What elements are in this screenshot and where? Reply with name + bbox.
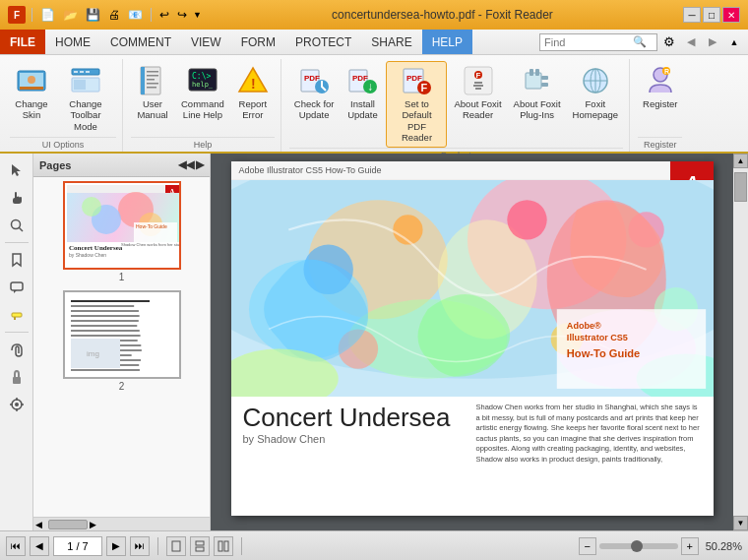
pages-collapse-icon[interactable]: ▶ xyxy=(196,158,204,171)
menu-share[interactable]: SHARE xyxy=(361,30,421,54)
register-group-label: Register xyxy=(638,137,682,150)
svg-text:R: R xyxy=(664,68,669,75)
single-page-button[interactable] xyxy=(166,536,186,556)
ribbon: ChangeSkin ChangeToolbar Mode UI Opti xyxy=(0,55,748,154)
window-controls: ─ □ ✕ xyxy=(683,7,740,23)
change-skin-button[interactable]: ChangeSkin xyxy=(10,61,53,125)
scroll-down-button[interactable]: ▼ xyxy=(733,516,748,530)
foxit-homepage-icon xyxy=(580,65,611,96)
close-button[interactable]: ✕ xyxy=(722,7,740,23)
minimize-button[interactable]: ─ xyxy=(683,7,701,23)
save-icon[interactable]: 💾 xyxy=(84,8,102,22)
hand-tool[interactable] xyxy=(4,185,30,211)
nav-back-icon[interactable]: ◀ xyxy=(681,32,701,52)
toolbar-divider-1 xyxy=(5,242,29,243)
nav-prev-button[interactable]: ◀ xyxy=(30,536,49,556)
open-icon[interactable]: 📂 xyxy=(61,8,80,22)
pages-scroll-right[interactable]: ▶ xyxy=(88,518,98,531)
change-toolbar-icon xyxy=(70,65,101,96)
svg-point-72 xyxy=(507,200,546,239)
nav-next-button[interactable]: ▶ xyxy=(106,536,126,556)
change-toolbar-button[interactable]: ChangeToolbar Mode xyxy=(55,61,116,136)
foxit-homepage-button[interactable]: FoxitHomepage xyxy=(568,61,623,125)
title-bar: F 📄 📂 💾 🖨 📧 ↩ ↪ ▼ concertundersea-howto.… xyxy=(0,0,748,30)
maximize-button[interactable]: □ xyxy=(703,7,720,23)
help-group-label: Help xyxy=(131,137,275,150)
redo-icon[interactable]: ↪ xyxy=(175,8,189,22)
menu-form[interactable]: FORM xyxy=(231,30,285,54)
highlight-tool[interactable] xyxy=(4,302,30,328)
user-manual-button[interactable]: UserManual xyxy=(131,61,174,125)
pages-horizontal-scrollbar[interactable]: ◀ ▶ xyxy=(33,517,210,530)
search-box[interactable]: 🔍 xyxy=(539,33,657,51)
pdf-byline: by Shadow Chen xyxy=(243,433,468,445)
page-2-thumb[interactable] xyxy=(63,290,181,379)
pages-scroll[interactable]: 1 2 xyxy=(33,177,210,517)
menu-expand-icon[interactable]: ▲ xyxy=(724,32,744,52)
zoom-thumb[interactable] xyxy=(631,540,643,552)
menu-view[interactable]: VIEW xyxy=(181,30,231,54)
pdf-title-area: Concert Undersea by Shadow Chen Shadow C… xyxy=(231,397,714,467)
pdf-illustration: Adobe® Illustrator CS5 How-To Guide xyxy=(231,180,714,397)
bookmark-tool[interactable] xyxy=(4,247,30,273)
zoom-slider[interactable] xyxy=(599,543,678,549)
comment-tool[interactable] xyxy=(4,275,30,300)
menu-comment[interactable]: COMMENT xyxy=(100,30,181,54)
zoom-in-button[interactable]: + xyxy=(681,537,699,555)
menu-file[interactable]: FILE xyxy=(0,30,45,54)
command-help-button[interactable]: C:\> help_ CommandLine Help xyxy=(176,61,229,125)
about-foxit-plugins-icon xyxy=(522,65,553,96)
pages-scroll-thumb[interactable] xyxy=(48,520,88,529)
product-items: PDF Check forUpdate PDF ↓ I xyxy=(289,59,623,148)
pages-scroll-left[interactable]: ◀ xyxy=(33,518,44,531)
dropdown-arrow[interactable]: ▼ xyxy=(193,10,202,20)
page-1-thumb[interactable] xyxy=(63,181,181,270)
report-error-button[interactable]: ! ReportError xyxy=(231,61,275,125)
svg-text:How-To Guide: How-To Guide xyxy=(566,347,639,359)
about-foxit-reader-button[interactable]: F About FoxitReader xyxy=(449,61,506,125)
ribbon-group-product: PDF Check forUpdate PDF ↓ I xyxy=(283,59,630,152)
zoom-tool[interactable] xyxy=(4,213,30,238)
check-update-icon: PDF xyxy=(298,65,330,96)
svg-text:Adobe®: Adobe® xyxy=(566,321,600,331)
svg-rect-38 xyxy=(475,88,481,90)
settings-icon[interactable]: ⚙ xyxy=(659,32,679,52)
register-button[interactable]: R Register xyxy=(638,61,682,113)
search-input[interactable] xyxy=(544,36,633,48)
menu-help[interactable]: HELP xyxy=(422,30,472,54)
nav-forward-icon[interactable]: ▶ xyxy=(703,32,722,52)
pages-expand-icon[interactable]: ◀◀ xyxy=(178,158,194,171)
report-error-icon: ! xyxy=(237,65,269,96)
undo-icon[interactable]: ↩ xyxy=(157,8,171,22)
continuous-page-button[interactable] xyxy=(190,536,210,556)
email-icon[interactable]: 📧 xyxy=(126,8,145,22)
install-update-button[interactable]: PDF ↓ InstallUpdate xyxy=(341,61,384,125)
new-icon[interactable]: 📄 xyxy=(38,8,57,22)
pdf-header-text: Adobe Illustrator CS5 How-To Guide xyxy=(239,165,382,175)
menu-protect[interactable]: PROTECT xyxy=(285,30,361,54)
lock-tool[interactable] xyxy=(4,364,30,390)
help-items: UserManual C:\> help_ CommandLine Help xyxy=(131,59,275,137)
menu-home[interactable]: HOME xyxy=(45,30,100,54)
set-default-button[interactable]: PDF F Set to DefaultPDF Reader xyxy=(386,61,447,148)
nav-first-button[interactable]: ⏮ xyxy=(6,536,26,556)
attachment-tool[interactable] xyxy=(4,337,30,362)
page-input[interactable] xyxy=(53,536,102,556)
scroll-up-button[interactable]: ▲ xyxy=(733,154,748,168)
print-icon[interactable]: 🖨 xyxy=(106,8,122,22)
scroll-track[interactable] xyxy=(733,168,748,516)
change-skin-icon xyxy=(16,65,47,96)
svg-rect-7 xyxy=(86,71,90,73)
nav-last-button[interactable]: ⏭ xyxy=(130,536,150,556)
facing-pages-button[interactable] xyxy=(214,536,233,556)
about-foxit-plugins-button[interactable]: About FoxitPlug-Ins xyxy=(509,61,566,125)
svg-text:!: ! xyxy=(251,76,256,92)
pages-panel: Pages ◀◀ ▶ 1 2 ◀ xyxy=(33,154,211,530)
tools-tool[interactable] xyxy=(4,392,30,417)
check-update-button[interactable]: PDF Check forUpdate xyxy=(289,61,340,125)
scroll-thumb[interactable] xyxy=(734,172,747,202)
cursor-tool[interactable] xyxy=(4,157,30,183)
page-2-number: 2 xyxy=(119,381,125,392)
zoom-out-button[interactable]: − xyxy=(579,537,596,555)
pdf-viewer[interactable]: Adobe Illustrator CS5 How-To Guide A xyxy=(211,154,733,530)
